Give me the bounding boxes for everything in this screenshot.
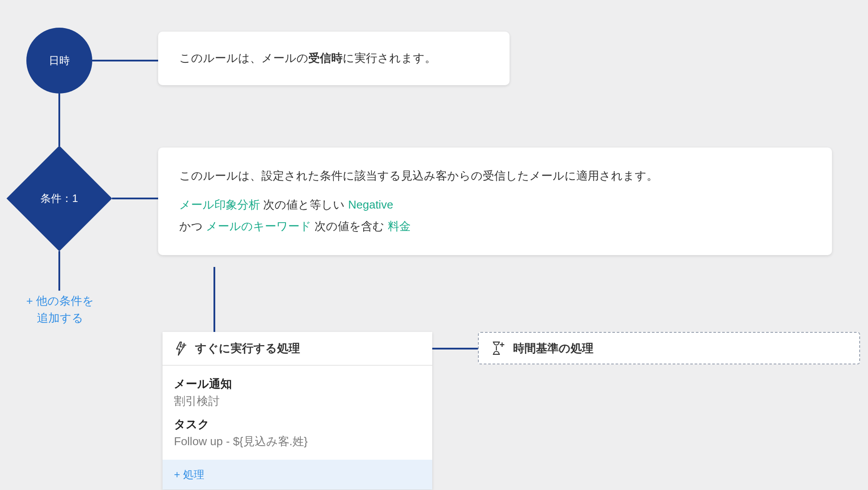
add-condition-line2: 追加する — [23, 310, 98, 327]
condition-line2-op: 次の値を含む — [315, 220, 384, 233]
condition-line1-field: メール印象分析 — [179, 198, 260, 211]
when-node[interactable]: 日時 — [26, 28, 92, 94]
connector-action-to-time-solid — [432, 348, 478, 349]
condition-node-wrapper[interactable]: 条件：1 — [22, 161, 97, 236]
when-card-suffix: に実行されます。 — [343, 51, 436, 65]
condition-line-1: メール印象分析 次の値と等しい Negative — [179, 196, 811, 214]
workflow-canvas: 日時 このルールは、メールの受信時に実行されます。 条件：1 このルールは、設定… — [0, 0, 868, 490]
add-action-label: + 処理 — [174, 468, 204, 480]
when-card-text: このルールは、メールの受信時に実行されます。 — [158, 32, 510, 85]
condition-line2-prefix: かつ — [179, 220, 203, 233]
connector-condition-to-card — [112, 198, 158, 199]
add-condition-line1: + 他の条件を — [23, 292, 98, 310]
immediate-action-header: すぐに実行する処理 — [163, 332, 432, 366]
immediate-action-body: メール通知 割引検討 タスク Follow up - ${見込み客.姓} — [163, 366, 432, 460]
condition-line2-value: 料金 — [388, 220, 411, 233]
condition-node: 条件：1 — [7, 146, 112, 251]
action-sect2-sub: Follow up - ${見込み客.姓} — [174, 434, 421, 449]
hourglass-plus-icon — [491, 341, 504, 356]
connector-when-to-card — [92, 60, 158, 61]
immediate-action-card[interactable]: すぐに実行する処理 メール通知 割引検討 タスク Follow up - ${見… — [163, 332, 432, 490]
when-card-prefix: このルールは、メールの — [179, 51, 308, 65]
when-card[interactable]: このルールは、メールの受信時に実行されます。 — [158, 32, 510, 85]
lightning-plus-icon — [174, 341, 187, 356]
condition-line1-op: 次の値と等しい — [263, 198, 345, 211]
connector-condition-to-add — [58, 251, 60, 291]
add-action-link[interactable]: + 処理 — [163, 460, 432, 490]
when-node-label: 日時 — [49, 54, 70, 68]
when-card-bold: 受信時 — [308, 51, 343, 65]
action-sect1-title: メール通知 — [174, 376, 421, 392]
add-condition-link[interactable]: + 他の条件を 追加する — [23, 292, 98, 327]
condition-card[interactable]: このルールは、設定された条件に該当する見込み客からの受信したメールに適用されます… — [158, 148, 832, 255]
connector-when-to-condition — [58, 94, 60, 146]
action-sect2-title: タスク — [174, 417, 421, 432]
condition-line1-value: Negative — [348, 198, 393, 211]
condition-node-label: 条件：1 — [40, 191, 78, 205]
time-action-card[interactable]: 時間基準の処理 — [478, 332, 860, 364]
condition-line-2: かつ メールのキーワード 次の値を含む 料金 — [179, 217, 811, 236]
condition-intro: このルールは、設定された条件に該当する見込み客からの受信したメールに適用されます… — [179, 167, 811, 185]
action-sect1-sub: 割引検討 — [174, 393, 421, 409]
immediate-action-title: すぐに実行する処理 — [195, 341, 300, 356]
connector-condcard-to-action — [213, 267, 215, 332]
time-action-title: 時間基準の処理 — [513, 341, 593, 356]
condition-line2-field: メールのキーワード — [206, 220, 311, 233]
